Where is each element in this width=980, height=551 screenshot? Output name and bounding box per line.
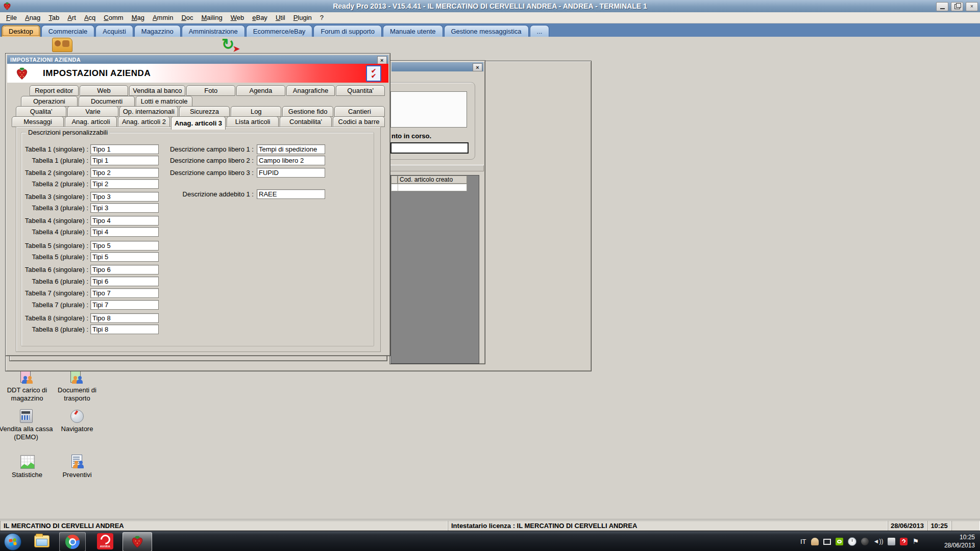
tabella-3-plurale-input[interactable] bbox=[90, 203, 159, 213]
menu-ammin[interactable]: Ammin bbox=[149, 13, 177, 22]
dtab-lista-articoli[interactable]: Lista articoli bbox=[227, 116, 279, 127]
menu-util[interactable]: Util bbox=[272, 13, 289, 22]
tabella-5-singolare-input[interactable] bbox=[90, 241, 159, 251]
dtab-web[interactable]: Web bbox=[80, 85, 129, 96]
taskbar-explorer-button[interactable] bbox=[32, 532, 52, 550]
menu-tab[interactable]: Tab bbox=[44, 13, 63, 22]
minimize-button[interactable] bbox=[936, 2, 948, 11]
taskbar-chrome-button[interactable] bbox=[59, 532, 86, 551]
menu-mag[interactable]: Mag bbox=[128, 13, 149, 22]
dtab-vendita-al-banco[interactable]: Vendita al banco bbox=[129, 85, 185, 96]
tab-forum-di-supporto[interactable]: Forum di supporto bbox=[313, 25, 382, 37]
tray-nvidia-icon[interactable] bbox=[836, 538, 843, 545]
menu-plugin[interactable]: Plugin bbox=[289, 13, 316, 22]
dtab-op-internazionali[interactable]: Op. internazionali bbox=[119, 106, 178, 117]
dtab-report-editor[interactable]: Report editor bbox=[30, 85, 79, 96]
tab-acquisti[interactable]: Acquisti bbox=[95, 25, 133, 37]
close-button[interactable]: × bbox=[966, 2, 978, 11]
dtab-anagrafiche[interactable]: Anagrafiche bbox=[286, 85, 335, 96]
menu-acq[interactable]: Acq bbox=[80, 13, 100, 22]
progress-input[interactable] bbox=[390, 142, 469, 154]
dtab-contabilita[interactable]: Contabilita' bbox=[280, 116, 332, 127]
menu-file[interactable]: File bbox=[2, 13, 21, 22]
dtab-qualita[interactable]: Qualita' bbox=[16, 106, 66, 117]
dtab-lotti-e-matricole[interactable]: Lotti e matricole bbox=[136, 96, 192, 107]
dtab-agenda[interactable]: Agenda bbox=[236, 85, 285, 96]
desktop-icon-documenti-trasporto[interactable]: Documenti di trasporto bbox=[50, 369, 104, 403]
menu-comm[interactable]: Comm bbox=[100, 13, 127, 22]
start-button[interactable] bbox=[4, 533, 21, 550]
refresh-arrow-icon[interactable]: ↻➤ bbox=[222, 37, 239, 53]
tray-language-indicator[interactable]: IT bbox=[800, 538, 806, 545]
background-window-close-button[interactable]: × bbox=[473, 63, 482, 71]
tray-device-icon[interactable] bbox=[888, 538, 895, 545]
dtab-anag-articoli[interactable]: Anag. articoli bbox=[65, 116, 117, 127]
created-articles-grid[interactable]: Cod. articolo creato bbox=[390, 175, 479, 364]
desktop-icon-preventivi[interactable]: Preventivi bbox=[50, 454, 104, 479]
dtab-operazioni[interactable]: Operazioni bbox=[21, 96, 78, 107]
dtab-cantieri[interactable]: Cantieri bbox=[334, 106, 385, 117]
campo-libero-1-input[interactable] bbox=[257, 144, 325, 154]
taskbar-readypro-button[interactable] bbox=[122, 532, 152, 551]
tabella-4-singolare-input[interactable] bbox=[90, 216, 159, 226]
tray-action-center-icon[interactable]: ⚑ bbox=[912, 538, 919, 545]
dtab-anag-articoli-3[interactable]: Anag. articoli 3 bbox=[171, 116, 226, 130]
tabella-6-plurale-input[interactable] bbox=[90, 277, 159, 286]
tabella-2-singolare-input[interactable] bbox=[90, 168, 159, 178]
tab-desktop[interactable]: Desktop bbox=[2, 25, 40, 37]
dtab-quantita[interactable]: Quantita' bbox=[336, 85, 385, 96]
confirm-checklist-button[interactable]: ✔✔ bbox=[366, 65, 381, 82]
tab-commerciale[interactable]: Commerciale bbox=[41, 25, 95, 37]
tab-magazzino[interactable]: Magazzino bbox=[134, 25, 181, 37]
menu-anag[interactable]: Anag bbox=[21, 13, 44, 22]
dtab-codici-a-barre[interactable]: Codici a barre bbox=[333, 116, 385, 127]
taskbar-clock[interactable]: 10:25 28/06/2013 bbox=[944, 531, 977, 551]
tabella-1-singolare-input[interactable] bbox=[90, 144, 159, 154]
tray-scheduler-icon[interactable] bbox=[848, 537, 856, 546]
menu-mailing[interactable]: Mailing bbox=[198, 13, 227, 22]
tab-ecommerce-ebay[interactable]: Ecommerce/eBay bbox=[246, 25, 313, 37]
tabella-2-plurale-input[interactable] bbox=[90, 179, 159, 189]
tab-more[interactable]: ... bbox=[530, 25, 550, 37]
desktop-icon-statistiche[interactable]: Statistiche bbox=[0, 454, 54, 479]
tray-lamp-icon[interactable] bbox=[811, 538, 819, 545]
tab-manuale-utente[interactable]: Manuale utente bbox=[383, 25, 443, 37]
taskbar-avira-button[interactable]: AVIRA bbox=[95, 532, 115, 550]
tabella-7-singolare-input[interactable] bbox=[90, 288, 159, 298]
tabella-3-singolare-input[interactable] bbox=[90, 192, 159, 202]
tabella-5-plurale-input[interactable] bbox=[90, 252, 159, 262]
tab-gestione-messaggistica[interactable]: Gestione messaggistica bbox=[444, 25, 529, 37]
tabella-4-plurale-input[interactable] bbox=[90, 227, 159, 237]
dialog-close-button[interactable]: × bbox=[377, 56, 387, 64]
tray-network-icon[interactable] bbox=[823, 539, 831, 545]
dtab-sicurezza[interactable]: Sicurezza bbox=[179, 106, 230, 117]
campo-libero-3-input[interactable] bbox=[257, 168, 325, 178]
tabella-6-singolare-input[interactable] bbox=[90, 265, 159, 274]
tray-sphere-icon[interactable] bbox=[861, 538, 869, 545]
dtab-messaggi[interactable]: Messaggi bbox=[12, 116, 64, 127]
menu-ebay[interactable]: eBay bbox=[248, 13, 272, 22]
tray-volume-icon[interactable]: ◄)) bbox=[873, 538, 884, 545]
tray-avira-icon[interactable] bbox=[900, 538, 908, 545]
menu-art[interactable]: Art bbox=[63, 13, 80, 22]
grid-empty-row[interactable] bbox=[391, 184, 467, 191]
dtab-foto[interactable]: Foto bbox=[186, 85, 235, 96]
campo-libero-2-input[interactable] bbox=[257, 156, 325, 165]
dtab-varie[interactable]: Varie bbox=[67, 106, 118, 117]
dtab-log[interactable]: Log bbox=[231, 106, 281, 117]
desktop-icon-navigatore[interactable]: Navigatore bbox=[50, 408, 104, 433]
menu-doc[interactable]: Doc bbox=[177, 13, 197, 22]
dtab-documenti[interactable]: Documenti bbox=[79, 96, 135, 107]
menu-web[interactable]: Web bbox=[227, 13, 249, 22]
tabella-1-plurale-input[interactable] bbox=[90, 156, 159, 165]
dtab-anag-articoli-2[interactable]: Anag. articoli 2 bbox=[118, 116, 170, 127]
tabella-8-plurale-input[interactable] bbox=[90, 324, 159, 334]
open-folder-icon[interactable] bbox=[52, 38, 72, 52]
restore-button[interactable] bbox=[951, 2, 963, 11]
grid-column-header[interactable]: Cod. articolo creato bbox=[398, 176, 467, 184]
desktop-icon-ddt-carico[interactable]: DDT carico di magazzino bbox=[0, 369, 54, 403]
tab-amministrazione[interactable]: Amministrazione bbox=[182, 25, 245, 37]
desktop-icon-vendita-cassa[interactable]: Vendita alla cassa (DEMO) bbox=[0, 408, 53, 442]
tabella-7-plurale-input[interactable] bbox=[90, 300, 159, 310]
tabella-8-singolare-input[interactable] bbox=[90, 313, 159, 323]
